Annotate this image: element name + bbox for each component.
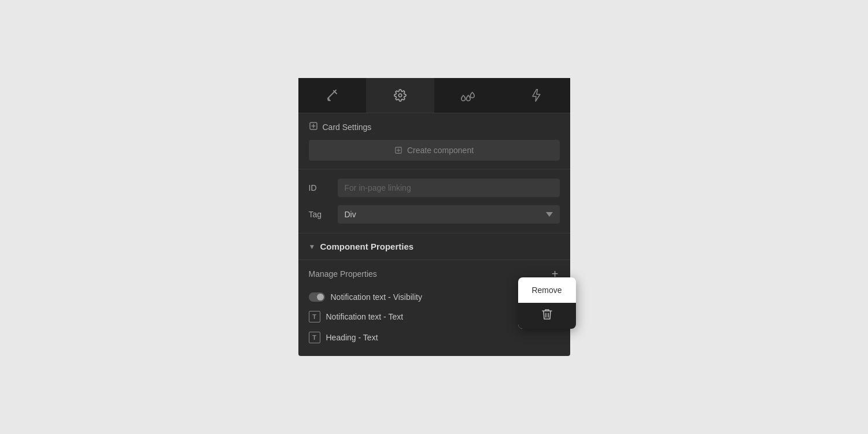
property-item-heading-text: T Heading - Text bbox=[309, 327, 560, 348]
trash-icon bbox=[542, 309, 552, 320]
toggle-icon-visibility[interactable] bbox=[309, 292, 325, 302]
property-text-heading: Heading - Text bbox=[326, 333, 560, 342]
tag-select[interactable]: Div Section Article Nav Header Footer bbox=[338, 205, 560, 224]
manage-properties-title: Manage Properties bbox=[309, 269, 377, 279]
create-component-button[interactable]: Create component bbox=[309, 140, 560, 161]
gear-icon bbox=[394, 89, 407, 102]
create-component-icon bbox=[394, 146, 402, 154]
remove-popup: Remove bbox=[518, 277, 576, 329]
settings-tab[interactable] bbox=[366, 78, 434, 113]
card-settings-icon bbox=[309, 121, 318, 133]
interactions-tab[interactable] bbox=[502, 78, 570, 113]
card-settings-title: Card Settings bbox=[323, 123, 372, 132]
card-settings-section: Card Settings Create component bbox=[298, 113, 570, 169]
popup-actions bbox=[518, 303, 576, 329]
text-icon-heading: T bbox=[309, 332, 320, 343]
style-tab[interactable] bbox=[298, 78, 367, 113]
brush-icon bbox=[325, 88, 339, 102]
id-label: ID bbox=[309, 183, 331, 192]
popup-remove-label: Remove bbox=[518, 277, 576, 303]
create-component-label: Create component bbox=[407, 146, 474, 155]
tab-bar bbox=[298, 78, 570, 113]
text-icon-notification: T bbox=[309, 311, 320, 322]
chevron-icon: ▼ bbox=[309, 243, 316, 251]
tag-label: Tag bbox=[309, 210, 331, 219]
id-input[interactable] bbox=[338, 179, 560, 197]
manage-properties-section: Manage Properties + Notification text - … bbox=[298, 260, 570, 356]
fields-section: ID Tag Div Section Article Nav Header Fo… bbox=[298, 169, 570, 233]
card-settings-header: Card Settings bbox=[309, 121, 560, 133]
component-properties-header[interactable]: ▼ Component Properties bbox=[298, 233, 570, 260]
tag-field-row: Tag Div Section Article Nav Header Foote… bbox=[309, 205, 560, 224]
component-properties-title: Component Properties bbox=[320, 242, 413, 251]
lightning-icon bbox=[531, 88, 541, 102]
id-field-row: ID bbox=[309, 179, 560, 197]
drops-icon bbox=[460, 89, 475, 102]
popup-trash-button[interactable] bbox=[542, 309, 552, 323]
settings-panel: Card Settings Create component ID Tag Di… bbox=[298, 78, 570, 356]
drops-tab[interactable] bbox=[434, 78, 503, 113]
